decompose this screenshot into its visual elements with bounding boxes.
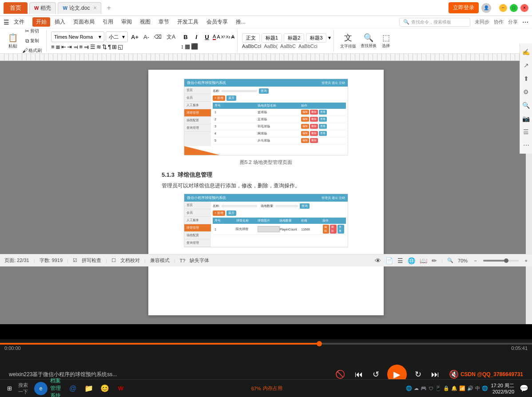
maximize-button[interactable]: □ (510, 4, 518, 12)
list-numbered-icon[interactable]: ≣ (56, 44, 60, 50)
list-bullet-icon[interactable]: ≡ (51, 44, 55, 50)
strikethrough-btn[interactable]: A (231, 34, 234, 40)
phonetic-button[interactable]: 文A (165, 32, 177, 41)
tab-home[interactable]: 首页 (4, 2, 28, 14)
tab-doc[interactable]: W 论文.doc × (58, 2, 101, 14)
markup-icon[interactable]: ✏ (432, 257, 437, 264)
search-bar[interactable]: 🔍 查找命令，搜索模板 (399, 18, 470, 27)
login-button[interactable]: 立即登录 (449, 2, 479, 13)
copy-button[interactable]: ⧉ 复制 (20, 36, 44, 45)
text-format-button[interactable]: 文 文字排版 (338, 31, 358, 51)
style-heading2[interactable]: 标题2 (284, 33, 304, 43)
add-tab-button[interactable]: + (103, 3, 114, 13)
view-web-icon[interactable]: 🌐 (408, 257, 415, 264)
column-layout-icon[interactable]: ▦ (185, 43, 190, 50)
side-tool-3[interactable]: ⬆ (521, 74, 531, 83)
insert-menu-item[interactable]: 插入 (51, 17, 69, 27)
file-menu-item[interactable]: 文件 (10, 17, 28, 27)
developer-menu-item[interactable]: 开发工具 (174, 17, 202, 27)
taskbar-emoji-icon[interactable]: 😊 (98, 382, 111, 395)
side-tool-5[interactable]: 🔍 (521, 100, 531, 110)
review-menu-item[interactable]: 审阅 (118, 17, 135, 27)
missing-font[interactable]: 缺失字体 (190, 257, 209, 264)
font-size-selector[interactable]: 小二 ▾ (106, 32, 128, 42)
minimize-button[interactable]: − (499, 4, 507, 12)
spell-check[interactable]: 拼写检查 (82, 257, 101, 264)
share-btn[interactable]: 分享 (508, 19, 518, 25)
view-menu-item[interactable]: 视图 (136, 17, 154, 27)
find-replace-button[interactable]: 🔍 查找替换 (359, 31, 378, 51)
indent-left-icon[interactable]: ⇤ (61, 44, 66, 50)
text-highlight-icon[interactable]: ⬛ (191, 43, 198, 50)
hamburger-icon[interactable]: ☰ (4, 19, 9, 26)
clear-format-button[interactable]: ⌫ (152, 32, 163, 41)
start-menu-item[interactable]: 开始 (32, 17, 50, 27)
underline-button[interactable]: U (202, 32, 212, 42)
sort-icon[interactable]: ⇅ (102, 44, 107, 50)
aabbc3-style[interactable]: AaBbC (280, 44, 296, 49)
bold-button[interactable]: B (181, 32, 191, 42)
taskbar-folder-icon[interactable]: 📁 (82, 382, 95, 395)
decrease-font-button[interactable]: A- (142, 32, 151, 41)
cut-button[interactable]: ✂ 剪切 (20, 27, 44, 36)
more-menu-item[interactable]: 推... (232, 17, 249, 27)
increase-font-button[interactable]: A+ (129, 32, 140, 41)
sync-btn[interactable]: 未同步 (475, 19, 489, 25)
align-left-icon[interactable]: ⫤ (73, 44, 79, 50)
side-tool-1[interactable]: ✍ (521, 47, 531, 57)
distribute-icon[interactable]: ≋ (96, 44, 101, 50)
font-name-selector[interactable]: Times New Roma ▾ (51, 32, 104, 42)
search-bar-icon[interactable]: 搜索一下 (18, 382, 32, 395)
tab-wps[interactable]: W 稻壳 (29, 2, 56, 14)
zoom-in-btn[interactable]: + (525, 258, 528, 263)
taskbar-archive-icon[interactable]: 档案管理系统 (50, 382, 64, 395)
style-normal[interactable]: 正文 (242, 33, 260, 43)
taskbar-ie2-icon[interactable]: @ (66, 382, 79, 395)
collab-btn[interactable]: 协作 (494, 19, 504, 25)
italic-button[interactable]: I (191, 32, 201, 42)
close-tab-icon[interactable]: × (93, 5, 96, 11)
paste-button[interactable]: 📋 粘贴 (6, 31, 20, 51)
align-right-icon[interactable]: ⫥ (83, 44, 89, 50)
align-center-icon[interactable]: ≡ (79, 44, 83, 50)
line-spacing-icon[interactable]: ↕ (181, 43, 184, 50)
paragraph-icon[interactable]: ¶ (108, 44, 111, 50)
page-layout-menu-item[interactable]: 页面布局 (70, 17, 98, 27)
notification-icon[interactable]: 💬 (520, 384, 528, 393)
doc-check[interactable]: 文档校对 (120, 257, 140, 264)
zoom-out-btn[interactable]: − (474, 258, 476, 263)
view-outline-icon[interactable]: ☰ (397, 257, 403, 264)
subscript-btn[interactable]: X₂ (226, 35, 230, 39)
aabbc-style[interactable]: AaBbCcI (242, 44, 261, 49)
justify-icon[interactable]: ☰ (90, 44, 95, 50)
more-options-icon[interactable]: ⋯ (522, 19, 528, 26)
style-heading3[interactable]: 标题3 (306, 33, 326, 43)
aabbc2-style[interactable]: AaBb( (264, 44, 278, 49)
close-button[interactable]: × (520, 4, 528, 12)
member-menu-item[interactable]: 会员专享 (203, 17, 231, 27)
side-tool-2[interactable]: ↗ (521, 60, 531, 70)
view-normal-icon[interactable]: 📄 (385, 257, 393, 264)
aabbc4-style[interactable]: AaBbCci (298, 44, 318, 49)
start-button[interactable]: ⊞ (4, 383, 16, 393)
border-icon[interactable]: ⊞ (112, 44, 117, 50)
select-button[interactable]: ⬚ 选择 (379, 31, 393, 51)
zoom-slider[interactable] (483, 260, 519, 262)
style-heading1[interactable]: 标题1 (262, 33, 282, 43)
progress-bar-container[interactable] (0, 343, 532, 345)
user-avatar-icon[interactable]: 👤 (481, 3, 491, 13)
compat-mode[interactable]: 兼容模式 (150, 257, 170, 264)
superscript-btn[interactable]: X² (221, 35, 225, 39)
side-tool-6[interactable]: 📷 (521, 114, 531, 123)
side-tool-7[interactable]: ☰ (521, 127, 531, 137)
section-menu-item[interactable]: 章节 (155, 17, 173, 27)
more-styles-icon[interactable]: ▾ (328, 35, 331, 41)
taskbar-wps-icon[interactable]: W (114, 382, 127, 395)
text-color-btn[interactable]: A (217, 34, 220, 40)
side-tool-4[interactable]: ⚙ (521, 87, 531, 97)
side-tool-8[interactable]: ⋯ (521, 140, 531, 150)
font-color-btn[interactable]: A (213, 34, 216, 40)
reference-menu-item[interactable]: 引用 (99, 17, 117, 27)
view-read-icon[interactable]: 📖 (420, 257, 427, 264)
shading-icon[interactable]: ◱ (118, 44, 123, 50)
